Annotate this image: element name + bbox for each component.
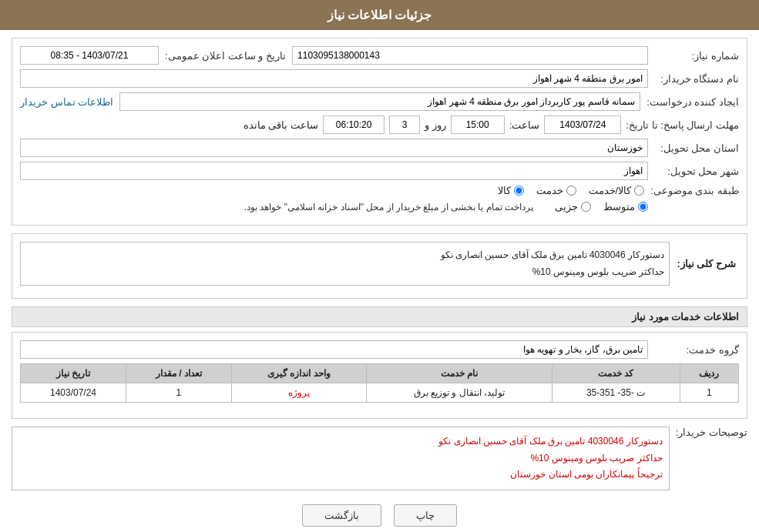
dastgah-input[interactable] <box>20 69 648 88</box>
mohlat-date-input[interactable] <box>544 115 621 134</box>
radio-kala-label: کالا <box>498 185 511 196</box>
announce-label: تاریخ و ساعت اعلان عمومی: <box>165 50 286 62</box>
buttons-row: چاپ بازگشت <box>12 495 747 532</box>
shomara-label: شماره نیاز: <box>654 50 739 62</box>
th-tarikh: تاریخ نیاز <box>21 364 126 383</box>
radio-motavasset-label: متوسط <box>603 201 635 212</box>
tabaqe-radios: کالا/خدمت خدمت کالا <box>498 185 645 196</box>
mohlat-label: مهلت ارسال پاسخ: تا تاریخ: <box>626 119 739 131</box>
page-title: جزئیات اطلاعات نیاز <box>0 0 759 30</box>
announce-input[interactable] <box>20 46 159 65</box>
th-kod: کد خدمت <box>552 364 680 383</box>
tosih-label: توصیحات خریدار: <box>676 427 747 438</box>
contact-link[interactable]: اطلاعات تماس خریدار <box>20 96 113 108</box>
ostan-label: استان محل تحویل: <box>654 142 739 154</box>
creator-row: ایجاد کننده درخواست: اطلاعات تماس خریدار <box>20 92 739 111</box>
ostan-row: استان محل تحویل: <box>20 139 739 157</box>
shahr-input[interactable] <box>20 162 648 180</box>
radio-khedmat-input[interactable] <box>566 186 576 196</box>
td-kod: ت -35- 351-35 <box>552 383 680 403</box>
th-tedad: تعداد / مقدار <box>126 364 231 383</box>
td-radif: 1 <box>680 383 738 403</box>
radio-kala-khedmat-input[interactable] <box>634 186 644 196</box>
radio-kala[interactable]: کالا <box>498 185 524 196</box>
sharh-section: شرح کلی نیاز: دستورکار 4030046 تامین برق… <box>12 233 747 299</box>
print-button[interactable]: چاپ <box>394 504 457 527</box>
radio-motavasset-input[interactable] <box>638 202 648 212</box>
mohlat-rooz-input[interactable] <box>389 115 420 134</box>
tosih-value: دستورکار 4030046 تامین برق ملک آقای حسین… <box>12 427 670 490</box>
td-tedad: 1 <box>126 383 231 403</box>
sharh-row: شرح کلی نیاز: دستورکار 4030046 تامین برق… <box>20 242 739 286</box>
th-radif: ردیف <box>680 364 738 383</box>
shahr-label: شهر محل تحویل: <box>654 166 739 177</box>
radio-jozi-input[interactable] <box>581 202 591 212</box>
sharh-value: دستورکار 4030046 تامین برق ملک آقای حسین… <box>20 242 670 286</box>
gorooh-label: گروه خدمت: <box>654 344 739 356</box>
creator-label: ایجاد کننده درخواست: <box>646 96 739 108</box>
creator-input[interactable] <box>119 92 640 111</box>
shahr-row: شهر محل تحویل: <box>20 162 739 180</box>
th-name: نام خدمت <box>367 364 552 383</box>
dastgah-label: نام دستگاه خریدار: <box>654 73 739 85</box>
gorooh-input[interactable] <box>20 340 648 359</box>
mohlat-baghimande-input[interactable] <box>323 115 385 134</box>
mohlat-rooz-label: روز و <box>425 119 446 131</box>
shomara-input[interactable] <box>292 46 648 65</box>
radio-kala-khedmat[interactable]: کالا/خدمت <box>589 185 645 196</box>
farayand-row: متوسط جزیی پرداخت تمام یا بخشی از مبلغ خ… <box>20 201 739 212</box>
khadamat-table: ردیف کد خدمت نام خدمت واحد اندازه گیری ت… <box>20 363 739 403</box>
farayand-radios: متوسط جزیی <box>555 201 648 212</box>
ostan-input[interactable] <box>20 139 648 157</box>
dastgah-row: نام دستگاه خریدار: <box>20 69 739 88</box>
shomara-announce-row: شماره نیاز: تاریخ و ساعت اعلان عمومی: <box>20 46 739 65</box>
mohlat-baghimande-label: ساعت باقی مانده <box>243 119 318 131</box>
td-vahed: پروژه <box>231 383 366 403</box>
tabaqe-label: طبقه بندی موضوعی: <box>650 185 739 196</box>
th-vahed: واحد اندازه گیری <box>231 364 366 383</box>
td-name: تولید، انتقال و توزیع برق <box>367 383 552 403</box>
sharh-label: شرح کلی نیاز: <box>670 258 739 269</box>
mohlat-row: مهلت ارسال پاسخ: تا تاریخ: ساعت: روز و س… <box>20 115 739 134</box>
radio-motavasset[interactable]: متوسط <box>603 201 648 212</box>
farayand-notice: پرداخت تمام یا بخشی از مبلغ خریدار از مح… <box>244 202 533 212</box>
radio-kala-input[interactable] <box>514 186 524 196</box>
tabaqe-row: طبقه بندی موضوعی: کالا/خدمت خدمت کالا <box>20 185 739 196</box>
radio-jozi[interactable]: جزیی <box>555 201 591 212</box>
radio-jozi-label: جزیی <box>555 201 578 212</box>
table-row: 1 ت -35- 351-35 تولید، انتقال و توزیع بر… <box>21 383 739 403</box>
radio-khedmat-label: خدمت <box>536 185 563 196</box>
mohlat-saat-input[interactable] <box>451 115 505 134</box>
khadamat-section: گروه خدمت: ردیف کد خدمت نام خدمت واحد ان… <box>12 332 747 419</box>
khadamat-table-section: ردیف کد خدمت نام خدمت واحد اندازه گیری ت… <box>20 363 739 403</box>
mohlat-saat-label: ساعت: <box>509 119 540 131</box>
tosih-row: توصیحات خریدار: دستورکار 4030046 تامین ب… <box>12 427 747 490</box>
gorooh-row: گروه خدمت: <box>20 340 739 359</box>
back-button[interactable]: بازگشت <box>302 504 381 527</box>
radio-kala-khedmat-label: کالا/خدمت <box>589 185 632 196</box>
td-tarikh: 1403/07/24 <box>21 383 126 403</box>
radio-khedmat[interactable]: خدمت <box>536 185 576 196</box>
khadamat-title: اطلاعات خدمات مورد نیاز <box>12 306 747 327</box>
